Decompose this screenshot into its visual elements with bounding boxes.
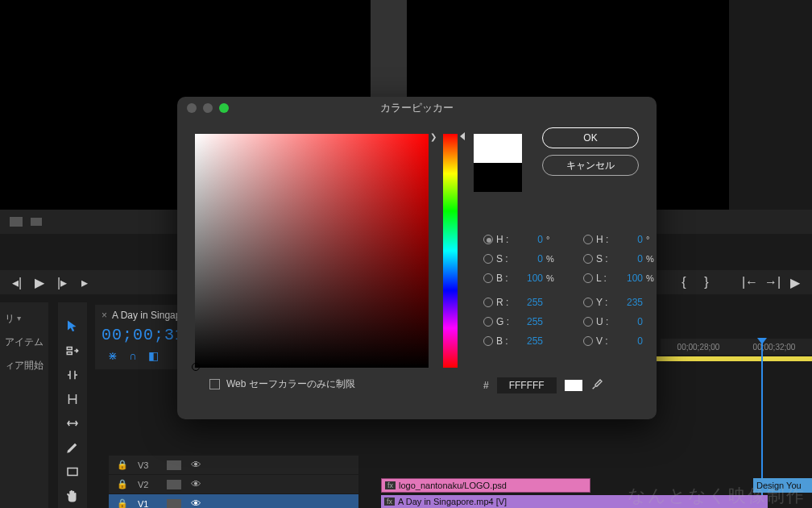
dialog-title: カラーピッカー: [177, 101, 657, 115]
hex-row: #: [483, 377, 603, 393]
window-close-icon[interactable]: [187, 103, 197, 113]
hsb-b-row[interactable]: B :100%: [483, 273, 556, 284]
step-back-button[interactable]: ◂|: [8, 275, 26, 289]
yuv-v-row[interactable]: V :0: [583, 335, 656, 347]
yuv-y-row[interactable]: Y :235: [583, 297, 656, 308]
track-output-icon[interactable]: [167, 480, 181, 489]
project-panel: リ▸ アイテム ィア開始: [0, 302, 48, 508]
hue-marker[interactable]: [460, 132, 465, 140]
razor-tool[interactable]: [64, 391, 81, 407]
svg-rect-2: [68, 468, 77, 476]
list-view-icon[interactable]: [10, 217, 23, 227]
track-select-tool[interactable]: [64, 343, 81, 359]
go-out-button[interactable]: →|: [764, 275, 781, 289]
color-values-grid: H :0° H :0° S :0% S :0% B :100% L :100% …: [483, 234, 656, 347]
next-frame-button[interactable]: ▸: [76, 275, 93, 289]
mark-in-button[interactable]: {: [675, 275, 693, 289]
selection-tool[interactable]: [64, 319, 81, 335]
close-icon[interactable]: ×: [102, 310, 107, 321]
radio-rgb-r[interactable]: [483, 298, 493, 307]
rgb-r-row[interactable]: R :255: [483, 297, 556, 308]
svg-rect-1: [67, 352, 72, 355]
sv-arrow-icon: ❯: [430, 132, 437, 141]
color-picker-dialog: カラーピッカー ❯ OK キャンセル H :0° H :0° S :0% S :…: [177, 97, 657, 419]
hash-label: #: [483, 380, 489, 391]
panel-tab-label[interactable]: リ▸: [5, 312, 44, 326]
cancel-button[interactable]: キャンセル: [542, 155, 639, 176]
radio-rgb-b[interactable]: [483, 336, 493, 346]
hsl-l-row[interactable]: L :100%: [583, 273, 656, 284]
column-items[interactable]: アイテム: [5, 335, 44, 349]
fx-badge: fx: [385, 481, 396, 489]
clip-logo[interactable]: fxlogo_nantonaku/LOGO.psd: [381, 478, 590, 493]
rectangle-tool[interactable]: [64, 464, 81, 480]
svg-rect-0: [67, 348, 72, 350]
linked-selection-icon[interactable]: ◧: [148, 349, 159, 362]
radio-rgb-g[interactable]: [483, 317, 493, 327]
ruler-mark: 00;00;28;00: [677, 343, 720, 352]
radio-hsb-s[interactable]: [483, 254, 493, 264]
radio-yuv-v[interactable]: [583, 336, 593, 346]
audio-view-icon[interactable]: [31, 218, 42, 226]
track-headers: 🔒 V3 👁 🔒 V2 👁 🔒 V1 👁: [109, 456, 358, 508]
mark-out-button[interactable]: }: [698, 275, 715, 289]
lock-icon[interactable]: 🔒: [117, 498, 128, 508]
window-zoom-icon[interactable]: [219, 103, 229, 113]
ruler-mark: 00;00;32;00: [753, 343, 796, 352]
radio-yuv-u[interactable]: [583, 317, 593, 327]
pen-tool[interactable]: [64, 439, 81, 456]
hsl-h-row[interactable]: H :0°: [583, 234, 656, 245]
snap-icon[interactable]: ⋇: [108, 349, 118, 362]
step-forward-button[interactable]: |▸: [53, 275, 71, 289]
track-header-v2[interactable]: 🔒 V2 👁: [109, 475, 358, 494]
clip-main-video[interactable]: fxA Day in Singapore.mp4 [V]: [381, 495, 768, 508]
web-safe-checkbox-row[interactable]: Web セーフカラーのみに制限: [209, 377, 355, 391]
sv-marker[interactable]: [192, 363, 200, 371]
new-color-swatch: [474, 134, 522, 163]
eye-icon[interactable]: 👁: [191, 498, 201, 508]
rgb-b-row[interactable]: B :255: [483, 335, 556, 347]
hue-slider[interactable]: [443, 134, 458, 368]
clip-design[interactable]: Design You: [753, 478, 812, 493]
hsb-h-row[interactable]: H :0°: [483, 234, 556, 245]
ripple-edit-tool[interactable]: [64, 367, 81, 383]
checkbox-icon[interactable]: [209, 379, 220, 389]
eye-icon[interactable]: 👁: [191, 478, 201, 490]
hand-tool[interactable]: [64, 488, 81, 504]
radio-hsl-s[interactable]: [583, 254, 593, 264]
column-media-start[interactable]: ィア開始: [5, 359, 44, 373]
ok-button[interactable]: OK: [542, 127, 639, 148]
play-in-out-button[interactable]: ▶: [786, 275, 804, 289]
radio-yuv-y[interactable]: [583, 298, 593, 307]
track-output-icon[interactable]: [167, 499, 181, 509]
yuv-u-row[interactable]: U :0: [583, 316, 656, 327]
radio-hsb-b[interactable]: [483, 273, 493, 283]
rgb-g-row[interactable]: G :255: [483, 316, 556, 327]
fx-badge: fx: [384, 498, 395, 506]
radio-hsl-h[interactable]: [583, 235, 593, 244]
magnet-icon[interactable]: ∩: [129, 349, 137, 362]
go-in-button[interactable]: |←: [741, 275, 759, 289]
track-header-v3[interactable]: 🔒 V3 👁: [109, 456, 358, 475]
dialog-titlebar[interactable]: カラーピッカー: [177, 97, 657, 119]
track-name: V2: [138, 480, 157, 489]
radio-hsl-l[interactable]: [583, 273, 593, 283]
web-safe-label: Web セーフカラーのみに制限: [226, 377, 355, 391]
old-color-swatch[interactable]: [474, 163, 522, 192]
slip-tool[interactable]: [64, 415, 81, 431]
hex-input[interactable]: [497, 377, 557, 393]
hsl-s-row[interactable]: S :0%: [583, 253, 656, 264]
eyedropper-icon[interactable]: [590, 378, 603, 393]
radio-hsb-h[interactable]: [483, 235, 493, 244]
lock-icon[interactable]: 🔒: [117, 479, 128, 489]
saturation-value-field[interactable]: ❯: [195, 134, 429, 368]
window-minimize-icon[interactable]: [203, 103, 213, 113]
play-button[interactable]: ▶: [31, 275, 48, 289]
track-header-v1[interactable]: 🔒 V1 👁: [109, 494, 358, 508]
hex-swatch: [565, 380, 582, 391]
timeline-ruler[interactable]: 00;00;28;00 00;00;32;00: [661, 339, 812, 355]
track-output-icon[interactable]: [167, 460, 181, 470]
lock-icon[interactable]: 🔒: [117, 460, 128, 470]
eye-icon[interactable]: 👁: [191, 459, 201, 471]
hsb-s-row[interactable]: S :0%: [483, 253, 556, 264]
